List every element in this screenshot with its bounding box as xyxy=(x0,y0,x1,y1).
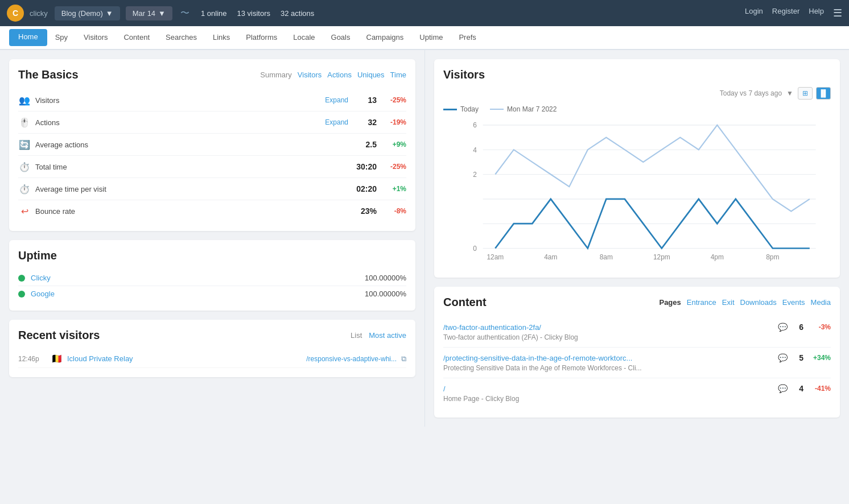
visitors-label: Visitors xyxy=(35,96,322,105)
basics-tab-actions[interactable]: Actions xyxy=(327,71,352,79)
right-column: Visitors Today vs 7 days ago ▼ ⊞ ▐▌ Toda… xyxy=(424,50,849,427)
menu-icon[interactable]: ☰ xyxy=(833,7,842,19)
subnav-item-goals[interactable]: Goals xyxy=(323,27,358,49)
legend-previous-label: Mon Mar 7 2022 xyxy=(507,105,557,113)
visitors-expand[interactable]: Expand xyxy=(325,96,348,104)
avg-time-icon: ⏱️ xyxy=(18,183,31,195)
topbar: C clicky Blog (Demo) ▼ Mar 14 ▼ 〜 1 onli… xyxy=(0,0,849,26)
content-change-2fa: -3% xyxy=(808,323,831,331)
online-count: 1 online xyxy=(201,9,227,18)
content-count-2fa: 6 xyxy=(792,323,803,332)
clicky-uptime-link[interactable]: Clicky xyxy=(31,274,365,282)
svg-text:8pm: 8pm xyxy=(766,253,779,261)
content-tabs: Pages Entrance Exit Downloads Events Med… xyxy=(659,298,831,307)
basics-tab-uniques[interactable]: Uniques xyxy=(357,71,385,79)
avg-actions-label: Average actions xyxy=(35,141,348,149)
help-link[interactable]: Help xyxy=(809,7,824,19)
subnav-item-locale[interactable]: Locale xyxy=(285,27,323,49)
subnav-item-uptime[interactable]: Uptime xyxy=(411,27,451,49)
content-link-sensitive[interactable]: /protecting-sensitive-data-in-the-age-of… xyxy=(443,354,773,362)
content-tab-events[interactable]: Events xyxy=(782,298,805,307)
content-tab-entrance[interactable]: Entrance xyxy=(687,298,716,307)
svg-text:12pm: 12pm xyxy=(653,253,670,261)
svg-text:8am: 8am xyxy=(600,253,613,261)
recent-visitors-title: Recent visitors xyxy=(18,329,100,342)
legend-today-line xyxy=(443,109,457,110)
basics-tab-time[interactable]: Time xyxy=(390,71,406,79)
visitor-action-icon: ⧉ xyxy=(401,354,406,363)
visitor-name[interactable]: Icloud Private Relay xyxy=(67,354,133,363)
main-content: The Basics Summary Visitors Actions Uniq… xyxy=(0,50,849,427)
visitor-row: 12:46p 🇧🇪 Icloud Private Relay /responsi… xyxy=(18,350,406,368)
visitors-chart-title: Visitors xyxy=(443,68,831,81)
visitors-chart-section: Visitors Today vs 7 days ago ▼ ⊞ ▐▌ Toda… xyxy=(434,59,840,278)
basics-title: The Basics xyxy=(18,68,79,81)
subnav-item-prefs[interactable]: Prefs xyxy=(451,27,484,49)
topbar-right: Login Register Help ☰ xyxy=(745,7,842,19)
legend-previous: Mon Mar 7 2022 xyxy=(490,105,557,113)
chart-table-icon[interactable]: ⊞ xyxy=(798,87,813,100)
content-tab-downloads[interactable]: Downloads xyxy=(740,298,777,307)
content-tab-exit[interactable]: Exit xyxy=(722,298,735,307)
content-title: Content xyxy=(443,296,487,309)
visitors-tab-most-active[interactable]: Most active xyxy=(369,331,406,340)
total-time-label: Total time xyxy=(35,163,348,171)
login-link[interactable]: Login xyxy=(745,7,763,19)
avg-time-change: +1% xyxy=(382,185,406,193)
content-change-home: -41% xyxy=(808,385,831,393)
subnav-item-spy[interactable]: Spy xyxy=(47,27,76,49)
legend-today: Today xyxy=(443,105,479,113)
subnav-item-visitors[interactable]: Visitors xyxy=(76,27,116,49)
avg-time-value: 02:20 xyxy=(348,184,377,193)
content-row-home: / 💬 4 -41% xyxy=(443,384,831,393)
google-uptime-link[interactable]: Google xyxy=(31,290,365,298)
date-selector[interactable]: Mar 14 ▼ xyxy=(126,6,172,20)
visitors-svg-chart: 6 4 2 0 12am 4am 8am 12pm 4pm 8pm xyxy=(443,119,831,267)
content-subtitle-2fa: Two-factor authentication (2FA) - Clicky… xyxy=(443,333,831,341)
svg-text:4: 4 xyxy=(473,146,477,154)
subnav-item-content[interactable]: Content xyxy=(116,27,158,49)
chart-legend: Today Mon Mar 7 2022 xyxy=(443,105,831,113)
bounce-change: -8% xyxy=(382,207,406,215)
subnav-item-home[interactable]: Home xyxy=(9,29,47,46)
avg-actions-icon: 🔄 xyxy=(18,138,31,151)
recent-visitors-section: Recent visitors List Most active 12:46p … xyxy=(9,320,415,377)
site-selector[interactable]: Blog (Demo) ▼ xyxy=(55,6,120,20)
google-status-dot xyxy=(18,291,25,298)
content-link-home[interactable]: / xyxy=(443,385,773,393)
app-name: clicky xyxy=(30,9,48,18)
topbar-stats: 1 online 13 visitors 32 actions xyxy=(201,9,314,18)
avg-time-label: Average time per visit xyxy=(35,185,348,193)
subnav-item-links[interactable]: Links xyxy=(205,27,238,49)
chart-compare-dropdown[interactable]: ▼ xyxy=(786,89,793,97)
uptime-section: Uptime Clicky 100.00000% Google 100.0000… xyxy=(9,240,415,311)
content-tab-pages[interactable]: Pages xyxy=(659,298,681,307)
actions-expand[interactable]: Expand xyxy=(325,118,348,126)
trend-icon[interactable]: 〜 xyxy=(180,7,189,19)
svg-text:12am: 12am xyxy=(487,253,504,261)
content-tab-media[interactable]: Media xyxy=(811,298,831,307)
svg-text:4am: 4am xyxy=(544,253,557,261)
visitors-value: 13 xyxy=(348,96,377,105)
bounce-label: Bounce rate xyxy=(35,207,348,216)
recent-visitors-header: Recent visitors List Most active xyxy=(18,329,406,342)
register-link[interactable]: Register xyxy=(772,7,799,19)
chart-bar-icon[interactable]: ▐▌ xyxy=(816,87,831,100)
subnav-item-campaigns[interactable]: Campaigns xyxy=(358,27,412,49)
avg-actions-change: +9% xyxy=(382,141,406,148)
recent-visitors-tabs: List Most active xyxy=(351,331,406,340)
content-chat-icon-sensitive: 💬 xyxy=(778,353,788,362)
uptime-row-clicky: Clicky 100.00000% xyxy=(18,270,406,286)
subnav-item-searches[interactable]: Searches xyxy=(158,27,205,49)
content-section: Content Pages Entrance Exit Downloads Ev… xyxy=(434,287,840,418)
google-uptime-value: 100.00000% xyxy=(365,290,406,298)
stat-row-bounce: ↩ Bounce rate 23% -8% xyxy=(18,200,406,222)
content-link-2fa[interactable]: /two-factor-authentication-2fa/ xyxy=(443,323,773,332)
legend-previous-line xyxy=(490,109,504,110)
content-subtitle-sensitive: Protecting Sensitive Data in the Age of … xyxy=(443,364,831,372)
app-logo: C xyxy=(7,5,24,22)
visitor-time: 12:46p xyxy=(18,355,47,363)
subnav-item-platforms[interactable]: Platforms xyxy=(238,27,285,49)
basics-tab-visitors[interactable]: Visitors xyxy=(298,71,322,79)
visitor-page-link[interactable]: /responsive-vs-adaptive-whi... xyxy=(306,355,397,363)
